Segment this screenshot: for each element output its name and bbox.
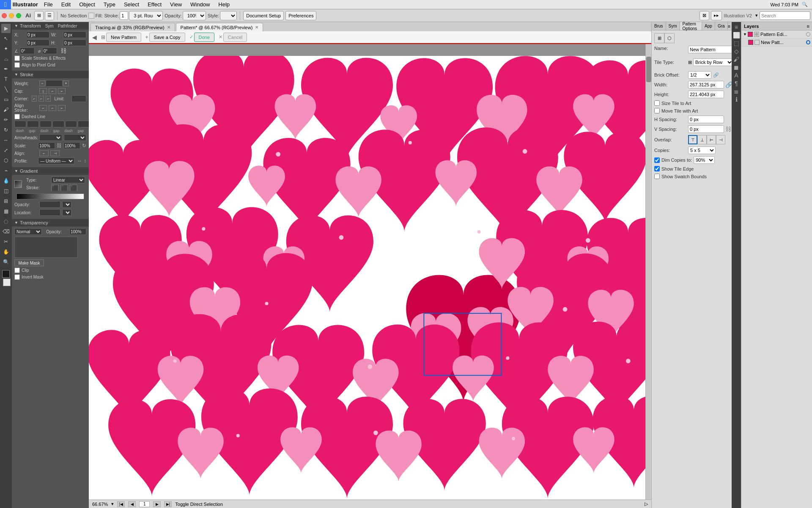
- po-hex-btn[interactable]: ⬡: [664, 33, 675, 43]
- scissors-tool[interactable]: ✂: [1, 237, 11, 246]
- swatches-icon[interactable]: ◼: [734, 64, 739, 71]
- po-tab-pattern[interactable]: Pattern Options: [680, 22, 702, 30]
- dash3[interactable]: [65, 121, 77, 127]
- search-input[interactable]: [760, 11, 810, 20]
- reflect-tool[interactable]: ↔: [1, 135, 11, 145]
- paragraph-icon[interactable]: ¶: [735, 80, 738, 87]
- menu-edit[interactable]: Edit: [57, 0, 75, 8]
- maximize-window-btn[interactable]: [16, 13, 21, 18]
- stroke-input[interactable]: [120, 11, 128, 20]
- brushes-icon[interactable]: 🖌: [733, 56, 739, 63]
- eyedropper-tool[interactable]: 💧: [1, 176, 11, 185]
- po-tab-app[interactable]: App: [702, 22, 715, 30]
- lasso-tool[interactable]: ⌓: [1, 54, 11, 64]
- po-link-icon[interactable]: 🔗: [713, 72, 719, 78]
- po-overlap-btn-1[interactable]: ⊤: [688, 135, 697, 144]
- arrange-btn[interactable]: ⊞: [34, 11, 44, 20]
- prev-page-btn[interactable]: ◀: [128, 501, 136, 507]
- menu-help[interactable]: Help: [214, 0, 234, 8]
- next-page-btn[interactable]: ▶: [153, 501, 161, 507]
- gradient-bar[interactable]: [16, 193, 84, 199]
- blend-mode-select[interactable]: Normal: [14, 228, 42, 235]
- corner-btn-1[interactable]: ⌐: [32, 96, 37, 102]
- po-show-swatch-check[interactable]: [654, 174, 660, 179]
- flip-icon[interactable]: ↻: [82, 143, 86, 149]
- scale-strokes-check[interactable]: [14, 55, 20, 61]
- po-name-input[interactable]: [688, 46, 732, 53]
- paintbrush-tool[interactable]: 🖌: [1, 105, 11, 114]
- chart-tool[interactable]: ▦: [1, 207, 11, 216]
- po-overlap-btn-3[interactable]: ⊢: [707, 135, 716, 144]
- make-mask-btn[interactable]: Make Mask: [14, 260, 44, 266]
- shear-tool[interactable]: ⬡: [1, 156, 11, 165]
- gradient-stroke-btn-1[interactable]: ⬛: [51, 185, 59, 190]
- gradient-stroke-btn-3[interactable]: ⬛: [70, 185, 77, 190]
- profile-flip-icon[interactable]: ↔: [77, 158, 82, 164]
- fill-swatch[interactable]: [88, 13, 94, 19]
- pen-tool[interactable]: ✒: [1, 64, 11, 74]
- po-grid-btn[interactable]: ⊞: [654, 33, 664, 43]
- scale-tool[interactable]: ⤢: [1, 146, 11, 155]
- tab-tracing[interactable]: Tracing.ai @ 33% (RGB/Preview) ✕: [91, 23, 175, 31]
- first-page-btn[interactable]: |◀: [117, 501, 125, 507]
- arrange-icons-btn[interactable]: ⊠: [700, 11, 709, 20]
- corner-btn-3[interactable]: ⌐: [46, 96, 51, 102]
- po-v-spacing-input[interactable]: [688, 125, 724, 133]
- layer-target-1[interactable]: [806, 32, 810, 36]
- align-btn-2[interactable]: ⌐: [49, 105, 56, 111]
- po-chain-icon[interactable]: ⛓: [725, 126, 731, 133]
- done-btn[interactable]: Done: [194, 33, 214, 42]
- symbols-icon[interactable]: ◇: [734, 48, 739, 55]
- w-input[interactable]: [63, 31, 86, 38]
- layer-expand-1[interactable]: ▼: [743, 32, 747, 36]
- layer-visibility-2[interactable]: [754, 40, 760, 45]
- po-link2-icon[interactable]: 🔗: [725, 81, 732, 88]
- po-brick-offset-select[interactable]: 1/2 1/3 1/4 1/5: [688, 71, 711, 79]
- gradient-type-select[interactable]: Linear: [51, 177, 85, 183]
- dash1[interactable]: [14, 121, 26, 127]
- gradient-tool[interactable]: ◫: [1, 186, 11, 196]
- align-pixel-check[interactable]: [14, 62, 20, 68]
- tp-opacity-input[interactable]: [69, 228, 86, 235]
- po-dim-copies-select[interactable]: 90% 80% 70% 50%: [694, 156, 715, 164]
- po-overlap-btn-4[interactable]: ⊣: [716, 135, 725, 144]
- align2-btn-1[interactable]: ⌐: [39, 150, 49, 156]
- gradient-foreground-swatch[interactable]: [14, 180, 22, 188]
- transform-header[interactable]: ▼ Transform Sym Pathfinder: [12, 22, 89, 30]
- info-icon[interactable]: ℹ: [735, 96, 738, 103]
- gradient-opacity-select[interactable]: [62, 201, 71, 208]
- line-tool[interactable]: ╲: [1, 85, 11, 94]
- menu-window[interactable]: Window: [186, 0, 214, 8]
- slice-tool[interactable]: ◌: [1, 217, 11, 226]
- hand-tool[interactable]: ✋: [1, 247, 11, 257]
- gap2[interactable]: [52, 121, 64, 127]
- pattern-back-btn[interactable]: ◀: [92, 34, 97, 41]
- scale-input-1[interactable]: [38, 142, 55, 149]
- po-size-tile-check[interactable]: [654, 100, 660, 106]
- gradient-opacity-input[interactable]: [39, 201, 60, 208]
- angle-input[interactable]: [20, 47, 35, 54]
- po-tile-type-select[interactable]: Brick by Row Brick by Column Grid Hex by…: [693, 58, 732, 66]
- zoom-tool[interactable]: 🔍: [1, 257, 11, 267]
- opacity-select[interactable]: 100%: [183, 11, 206, 20]
- layer-item-2[interactable]: New Patt...: [741, 39, 812, 47]
- arrowhead-start-select[interactable]: [39, 134, 62, 141]
- menu-effect[interactable]: Effect: [143, 0, 166, 8]
- gradient-stroke-btn-2[interactable]: ⬛: [60, 185, 68, 190]
- po-h-spacing-input[interactable]: [688, 116, 724, 123]
- libraries-icon[interactable]: ⬚: [734, 40, 739, 47]
- magic-wand-tool[interactable]: ✦: [1, 44, 11, 53]
- stroke-style-select[interactable]: 3 pt. Round: [129, 11, 163, 20]
- layers-menu-icon[interactable]: ≡: [807, 24, 809, 29]
- profile-more-icon[interactable]: ↕: [84, 158, 86, 164]
- dash2[interactable]: [40, 121, 52, 127]
- menu-type[interactable]: Type: [99, 0, 120, 8]
- style-select[interactable]: [220, 11, 237, 20]
- shear-input[interactable]: [42, 47, 57, 54]
- page-input[interactable]: [139, 501, 150, 507]
- h-input[interactable]: [63, 39, 86, 46]
- save-copy-btn[interactable]: Save a Copy: [149, 33, 185, 42]
- x-input[interactable]: [26, 31, 49, 38]
- align2-btn-2[interactable]: ⊣: [50, 150, 60, 156]
- type-tool[interactable]: T: [1, 75, 11, 84]
